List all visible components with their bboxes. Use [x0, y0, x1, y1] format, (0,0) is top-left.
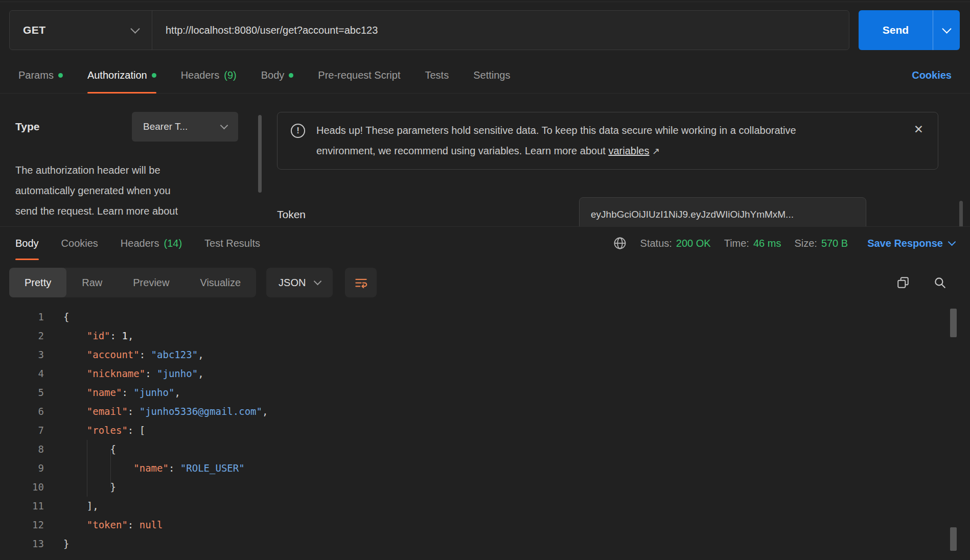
tab-headers[interactable]: Headers (9): [181, 57, 237, 93]
line-number: 11: [0, 497, 44, 516]
indent-guide: [110, 450, 111, 487]
token-label: Token: [277, 208, 306, 221]
auth-type-select[interactable]: Bearer T...: [132, 112, 238, 142]
tab-label: Headers: [181, 69, 220, 81]
status-pair: Status: 200 OK: [640, 238, 711, 249]
send-options-button[interactable]: [933, 10, 960, 50]
view-tab-raw[interactable]: Raw: [66, 268, 118, 297]
tab-label: Params: [18, 69, 54, 81]
response-tab-headers[interactable]: Headers (14): [121, 227, 182, 260]
tab-pre-request-script[interactable]: Pre-request Script: [318, 57, 400, 93]
top-divider: [0, 2, 970, 2]
code-scrollbar-mark[interactable]: [950, 527, 957, 551]
code-text: }: [44, 478, 116, 497]
response-tab-test-results[interactable]: Test Results: [204, 227, 260, 260]
format-select[interactable]: JSON: [266, 268, 333, 297]
code-text: "email": "junho5336@gmail.com",: [44, 402, 268, 421]
auth-type-panel: Type Bearer T... The authorization heade…: [0, 94, 266, 226]
tab-tests[interactable]: Tests: [425, 57, 449, 93]
code-text: "roles": [: [44, 421, 145, 440]
tab-label: Headers: [121, 238, 159, 249]
close-icon[interactable]: ✕: [914, 124, 923, 135]
request-bar: GET Send: [0, 0, 970, 57]
authorization-panel: Type Bearer T... The authorization heade…: [0, 94, 970, 226]
line-number: 8: [0, 440, 44, 459]
code-text: "nickname": "junho",: [44, 364, 204, 383]
code-line: 11 ],: [0, 497, 970, 516]
line-number: 1: [0, 308, 44, 326]
response-toolbar: Pretty Raw Preview Visualize JSON: [9, 268, 955, 297]
headers-count: (9): [224, 69, 236, 81]
send-button-label-area[interactable]: Send: [859, 10, 933, 50]
variables-link[interactable]: variables: [608, 145, 649, 156]
line-number: 10: [0, 478, 44, 497]
save-response-label: Save Response: [867, 238, 943, 249]
code-line: 9 "name": "ROLE_USER": [0, 459, 970, 478]
chevron-down-icon: [130, 24, 140, 33]
chevron-down-icon: [948, 238, 956, 246]
auth-panel-scrollbar[interactable]: [258, 115, 262, 193]
code-scrollbar-thumb[interactable]: [950, 309, 957, 337]
tab-body[interactable]: Body: [261, 57, 294, 93]
code-text: {: [44, 308, 69, 326]
tab-authorization[interactable]: Authorization: [87, 57, 156, 93]
tab-label: Body: [261, 69, 285, 81]
code-line: 13}: [0, 534, 970, 553]
code-text: "account": "abc123",: [44, 345, 204, 364]
code-text: "id": 1,: [44, 326, 133, 345]
code-text: "name": "junho",: [44, 383, 180, 402]
line-number: 2: [0, 326, 44, 345]
response-tab-cookies[interactable]: Cookies: [61, 227, 98, 260]
network-globe-icon[interactable]: [613, 236, 627, 250]
view-mode-segmented-control: Pretty Raw Preview Visualize: [9, 268, 256, 297]
line-number: 12: [0, 516, 44, 534]
external-link-icon: ↗: [652, 146, 660, 156]
view-tab-pretty[interactable]: Pretty: [9, 268, 66, 297]
url-group: GET: [9, 10, 849, 50]
code-text: }: [44, 534, 69, 553]
response-tabs: Body Cookies Headers (14) Test Results S…: [0, 226, 970, 260]
chevron-down-icon: [220, 121, 228, 129]
wrap-lines-button[interactable]: [345, 268, 377, 297]
cookies-link[interactable]: Cookies: [912, 69, 952, 81]
save-response-button[interactable]: Save Response: [867, 238, 955, 249]
tab-label: Pre-request Script: [318, 69, 400, 81]
code-text: {: [44, 440, 116, 459]
auth-detail-panel: ! Heads up! These parameters hold sensit…: [266, 94, 970, 226]
tab-label: Authorization: [87, 69, 147, 81]
search-response-button[interactable]: [933, 276, 946, 289]
send-label: Send: [883, 24, 909, 36]
view-tab-preview[interactable]: Preview: [118, 268, 184, 297]
wrap-lines-icon: [354, 276, 368, 290]
send-button[interactable]: Send: [859, 10, 960, 50]
view-tab-visualize[interactable]: Visualize: [184, 268, 256, 297]
line-number: 3: [0, 345, 44, 364]
url-input[interactable]: [152, 11, 849, 50]
code-text: ],: [44, 497, 99, 516]
size-pair: Size: 570 B: [794, 238, 848, 249]
tab-params[interactable]: Params: [18, 57, 63, 93]
method-selector[interactable]: GET: [10, 11, 152, 50]
format-value: JSON: [279, 277, 306, 289]
code-lines: 1{2 "id": 1,3 "account": "abc123",4 "nic…: [0, 308, 970, 553]
code-line: 4 "nickname": "junho",: [0, 364, 970, 383]
token-input[interactable]: eyJhbGciOiJIUzI1NiJ9.eyJzdWIiOiJhYmMxM..…: [579, 197, 866, 226]
tab-settings[interactable]: Settings: [473, 57, 510, 93]
size-value: 570 B: [821, 238, 848, 249]
response-meta: Status: 200 OK Time: 46 ms Size: 570 B S…: [613, 236, 955, 250]
copy-response-button[interactable]: [896, 276, 910, 289]
page-scrollbar[interactable]: [959, 201, 963, 226]
auth-type-label: Type: [15, 121, 39, 133]
code-line: 1{: [0, 308, 970, 326]
response-tab-body[interactable]: Body: [15, 227, 39, 260]
line-number: 5: [0, 383, 44, 402]
request-tabs: Params Authorization Headers (9) Body Pr…: [0, 57, 970, 94]
token-row: Token eyJhbGciOiJIUzI1NiJ9.eyJzdWIiOiJhY…: [277, 197, 938, 226]
time-value: 46 ms: [753, 238, 781, 249]
method-label: GET: [23, 24, 46, 36]
time-label: Time:: [724, 238, 749, 249]
code-line: 6 "email": "junho5336@gmail.com",: [0, 402, 970, 421]
code-text: "name": "ROLE_USER": [44, 459, 245, 478]
tab-label: Settings: [473, 69, 510, 81]
info-icon: !: [291, 124, 305, 138]
